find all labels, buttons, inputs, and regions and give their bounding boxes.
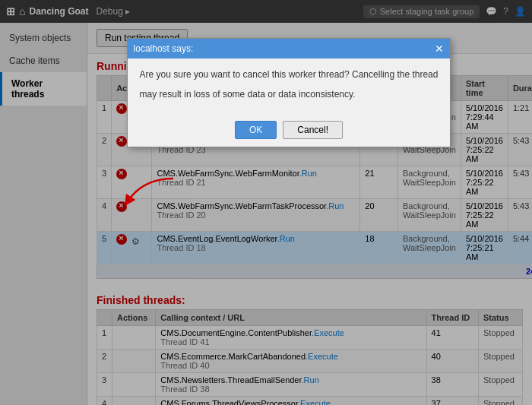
- ok-button[interactable]: OK: [235, 121, 277, 139]
- modal-overlay: localhost says: ✕ Are you sure you want …: [0, 0, 532, 405]
- modal-footer: OK Cancel!: [128, 116, 451, 147]
- modal-message-line1: Are you sure you want to cancel this wor…: [140, 68, 439, 81]
- modal-titlebar: localhost says: ✕: [128, 39, 451, 59]
- modal-close-button[interactable]: ✕: [435, 43, 444, 55]
- modal-body: Are you sure you want to cancel this wor…: [128, 59, 451, 116]
- confirm-dialog: localhost says: ✕ Are you sure you want …: [127, 38, 451, 147]
- modal-title: localhost says:: [134, 43, 194, 54]
- modal-message-line2: may result in loss of some data or data …: [140, 87, 439, 101]
- cancel-button[interactable]: Cancel!: [283, 121, 343, 139]
